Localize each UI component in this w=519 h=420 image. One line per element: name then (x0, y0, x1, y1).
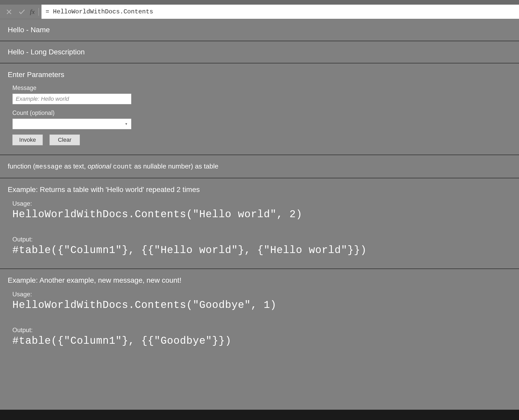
sig-param-message: message (35, 163, 62, 171)
window-top-strip (0, 0, 519, 5)
sig-optional: optional (88, 162, 113, 170)
function-signature: function (message as text, optional coun… (0, 155, 519, 178)
example-1-output-code: #table({"Column1"}, {{"Hello world"}, {"… (12, 245, 511, 256)
cancel-formula-button[interactable] (3, 7, 15, 17)
example-1: Example: Returns a table with 'Hello wor… (0, 178, 519, 269)
accept-formula-button[interactable] (15, 7, 28, 17)
example-2-usage-code: HelloWorldWithDocs.Contents("Goodbye", 1… (12, 299, 511, 311)
clear-button[interactable]: Clear (49, 135, 80, 145)
function-description-header: Hello - Long Description (0, 41, 519, 63)
parameters-title: Enter Parameters (8, 71, 511, 79)
example-1-usage-label: Usage: (12, 200, 511, 207)
message-input[interactable] (12, 94, 131, 104)
count-select[interactable] (12, 119, 131, 129)
message-field: Message (12, 85, 511, 104)
parameters-section: Enter Parameters Message Count (optional… (0, 63, 519, 155)
check-icon (19, 9, 25, 15)
sig-param-message-type: as text, (62, 162, 88, 170)
example-1-usage-code: HelloWorldWithDocs.Contents("Hello world… (12, 209, 511, 220)
example-1-output-label: Output: (12, 236, 511, 243)
status-bar (0, 410, 519, 420)
example-2-output-code: #table({"Column1"}, {{"Goodbye"}}) (12, 335, 511, 347)
message-label: Message (12, 85, 511, 91)
example-2-usage-label: Usage: (12, 291, 511, 298)
count-field: Count (optional) ▼ (12, 110, 511, 129)
formula-input[interactable] (41, 5, 519, 19)
invoke-button[interactable]: Invoke (12, 135, 43, 145)
x-icon (6, 9, 12, 15)
sig-param-count-type: as nullable number) as table (132, 162, 219, 170)
formula-bar: fx (0, 5, 519, 19)
sig-param-count: count (113, 163, 132, 171)
count-label: Count (optional) (12, 110, 511, 116)
example-2-output-label: Output: (12, 326, 511, 334)
example-1-title: Example: Returns a table with 'Hello wor… (8, 186, 511, 194)
fx-label: fx (28, 8, 39, 16)
sig-prefix: function ( (8, 162, 35, 170)
function-name-header: Hello - Name (0, 19, 519, 41)
formula-bar-actions: fx (0, 5, 41, 19)
example-2-title: Example: Another example, new message, n… (8, 276, 511, 284)
example-2: Example: Another example, new message, n… (0, 269, 519, 359)
